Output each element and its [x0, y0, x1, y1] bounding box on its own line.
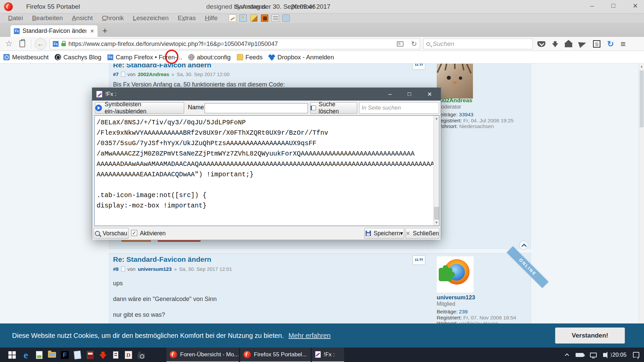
bookmarks-panel-icon[interactable]: [19, 40, 25, 47]
partial-signature-link[interactable]: [158, 240, 201, 242]
menu-ansicht[interactable]: Ansicht: [72, 14, 93, 22]
speaker-icon[interactable]: [603, 353, 606, 357]
url-bar[interactable]: Fx https://www.camp-firefox.de/forum/vie…: [50, 39, 420, 49]
post7-number-link[interactable]: #7: [113, 71, 119, 77]
taskbar-window-fx-dialog[interactable]: !Fx :: [312, 348, 344, 362]
folder-icon[interactable]: [282, 14, 290, 22]
speichern-button[interactable]: Speichern▾: [364, 228, 404, 239]
orange-addon-icon[interactable]: [261, 14, 268, 22]
start-button[interactable]: [5, 348, 19, 362]
editor-scroll-thumb[interactable]: [434, 207, 439, 220]
dialog-close-button[interactable]: ✕: [427, 91, 432, 98]
vorschau-button[interactable]: Vorschau: [94, 228, 128, 239]
tab-standard-favicon[interactable]: Fx Standard-Favicon ändern ✕: [10, 25, 98, 37]
page-scrollbar[interactable]: ▲: [639, 64, 644, 323]
broom-icon[interactable]: [250, 14, 258, 22]
style-code-text[interactable]: /8ELaX/8NSJ/+/Tiv/qy3//0qJU/5JdLP9FoNP /…: [95, 116, 439, 211]
minimize-button[interactable]: –: [590, 2, 594, 10]
clear-search-button[interactable]: Suche löschen: [310, 102, 357, 114]
notes-icon[interactable]: [272, 14, 279, 22]
taskbar-notepadpp[interactable]: [33, 348, 46, 362]
network-icon[interactable]: [590, 353, 597, 357]
scrollbar-thumb[interactable]: [640, 70, 644, 127]
menu-bearbeiten[interactable]: Bearbeiten: [32, 14, 63, 22]
bookmark-about-config[interactable]: about:config: [188, 54, 231, 61]
bookmark-feeds[interactable]: Feeds: [237, 54, 263, 61]
dialog-minimize-button[interactable]: –: [388, 91, 391, 98]
aktivieren-checkbox[interactable]: ✓: [131, 230, 137, 236]
taskbar-camera-app[interactable]: [135, 348, 148, 362]
post8-posts-count-link[interactable]: 239: [459, 309, 468, 314]
style-name-input[interactable]: [205, 103, 308, 113]
scrollbar-up-arrow[interactable]: ▲: [639, 64, 644, 69]
post8-profile-name[interactable]: universum123: [437, 294, 475, 301]
post8-title-link[interactable]: Re: Standard-Favicon ändern: [113, 255, 211, 263]
post-page-icon[interactable]: [121, 72, 125, 77]
back-button[interactable]: ←: [35, 38, 46, 50]
tab-close-icon[interactable]: ✕: [90, 28, 94, 34]
taskbar-edge[interactable]: e: [19, 348, 32, 362]
post7-title-link[interactable]: Re: Standard-Favicon ändern: [113, 64, 211, 69]
mehr-erfahren-link[interactable]: Mehr erfahren: [288, 332, 331, 340]
maximize-button[interactable]: □: [611, 2, 615, 10]
image-star-icon[interactable]: [239, 14, 247, 22]
style-code-editor[interactable]: /8ELaX/8NSJ/+/Tiv/qy3//0qJU/5JdLP9FoNP /…: [94, 115, 439, 226]
find-in-page-input[interactable]: [359, 102, 439, 114]
taskbar-red-device[interactable]: [84, 348, 97, 362]
editor-scroll-up-icon[interactable]: ▲: [434, 116, 439, 121]
post7-profile-name[interactable]: 2002Andreas: [437, 97, 472, 104]
tray-expand-icon[interactable]: [565, 353, 569, 358]
post-page-icon[interactable]: [121, 266, 125, 272]
downloads-icon[interactable]: [552, 43, 558, 47]
taskbar-clock[interactable]: 20:05: [612, 352, 627, 358]
search-bar[interactable]: [423, 39, 533, 49]
post8-number-link[interactable]: #8: [113, 266, 119, 272]
post8-author-link[interactable]: universum123: [138, 266, 172, 272]
menu-extras[interactable]: Extras: [178, 14, 196, 22]
editor-scrollbar[interactable]: ▲ ▼: [433, 116, 439, 226]
new-tab-button[interactable]: +: [102, 25, 107, 36]
post7-author-link[interactable]: 2002Andreas: [138, 71, 169, 77]
post7-avatar[interactable]: [437, 64, 473, 99]
bookmark-star-icon[interactable]: ☆: [5, 39, 13, 48]
taskbar-window-foren[interactable]: Foren-Übersicht - Mo...: [166, 348, 239, 362]
partial-signature-link[interactable]: [121, 240, 151, 242]
menu-datei[interactable]: Datei: [8, 14, 23, 22]
verstanden-button[interactable]: Verstanden!: [555, 327, 625, 344]
url-text[interactable]: https://www.camp-firefox.de/forum/viewto…: [68, 41, 278, 48]
post8-quote-button[interactable]: “”: [413, 255, 425, 265]
sync-icon[interactable]: ↻: [607, 40, 614, 48]
post7-posts-count-link[interactable]: 33943: [459, 112, 473, 117]
taskbar-window-firefox[interactable]: Firefox 55 Portabel...: [240, 348, 311, 362]
compose-icon[interactable]: [229, 14, 236, 22]
taskbar-doc-app[interactable]: [109, 348, 122, 362]
send-tab-icon[interactable]: [578, 40, 587, 48]
hamburger-menu-icon[interactable]: ≡: [621, 40, 626, 48]
reload-icon[interactable]: ↻: [411, 41, 417, 47]
taskbar-d-app[interactable]: D: [122, 348, 135, 362]
post7-quote-button[interactable]: “”: [413, 64, 425, 70]
search-input[interactable]: [433, 40, 520, 48]
post8-avatar[interactable]: [437, 256, 474, 293]
bookmark-meistbesucht[interactable]: Meistbesucht: [3, 54, 49, 61]
taskbar-notes-app[interactable]: [71, 348, 84, 362]
menu-chronik[interactable]: Chronik: [102, 14, 124, 22]
reader-mode-icon[interactable]: [397, 41, 404, 47]
toggle-toolbars-button[interactable]: Symbolleisten ein-/ausblenden: [95, 102, 184, 114]
editor-scroll-down-icon[interactable]: ▼: [434, 220, 439, 226]
menu-hilfe[interactable]: Hilfe: [205, 14, 218, 22]
bookmark-dropbox[interactable]: Dropbox - Anmelden: [269, 54, 334, 61]
battery-icon[interactable]: [576, 353, 584, 357]
pocket-icon[interactable]: [537, 41, 545, 47]
scroll-to-top-button[interactable]: [519, 241, 528, 250]
action-center-icon[interactable]: [633, 352, 639, 358]
dialog-maximize-button[interactable]: □: [408, 91, 411, 98]
taskbar-explorer[interactable]: [46, 348, 58, 362]
stylish-icon[interactable]: S: [593, 40, 600, 48]
close-button[interactable]: ✕: [633, 2, 638, 10]
menu-lesezeichen[interactable]: Lesezeichen: [133, 14, 169, 22]
bookmark-caschys-blog[interactable]: Caschys Blog: [55, 54, 101, 61]
taskbar-download-app[interactable]: [97, 348, 109, 362]
schliessen-button[interactable]: ✕ Schließen: [405, 228, 439, 239]
home-icon[interactable]: [565, 44, 572, 47]
